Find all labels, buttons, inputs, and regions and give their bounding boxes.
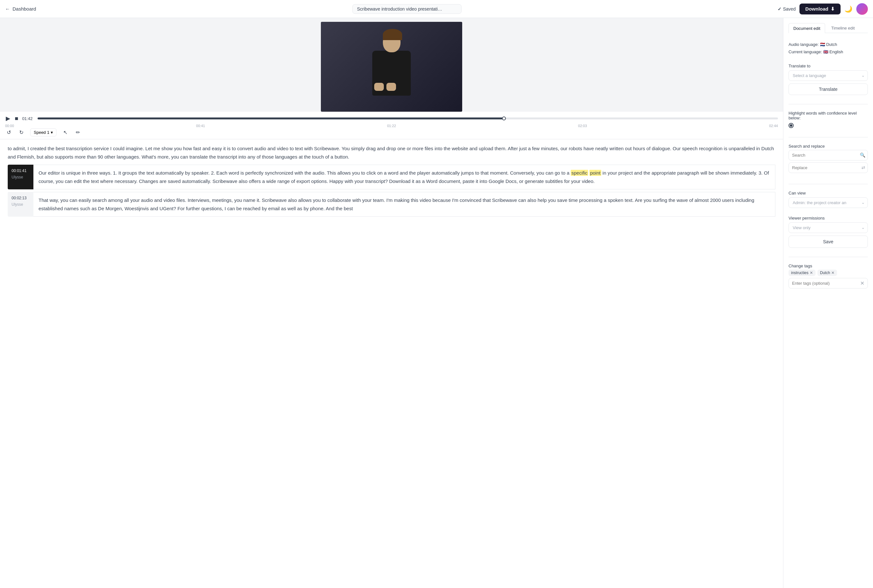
confidence-section: Highlight words with confidence level be… xyxy=(789,111,868,128)
transcript-area: to admit, I created the best transcripti… xyxy=(0,139,783,588)
audio-language-label: Audio language: xyxy=(789,42,819,47)
stop-button[interactable]: ■ xyxy=(14,115,19,123)
play-button[interactable]: ▶ xyxy=(5,114,11,123)
download-icon: ⬇ xyxy=(831,6,835,12)
save-button[interactable]: Save xyxy=(789,236,868,248)
dashboard-label: Dashboard xyxy=(12,6,36,12)
forward-button[interactable]: ↻ xyxy=(18,128,25,136)
tag-dutch: Dutch ✕ xyxy=(817,270,837,276)
search-replace-label: Search and replace xyxy=(789,144,868,148)
sidebar-tabs: Document edit Timeline edit xyxy=(789,23,868,33)
video-container xyxy=(0,18,783,112)
progress-thumb xyxy=(502,117,506,120)
transcript-text-1[interactable]: Our editor is unique in three ways. 1. I… xyxy=(33,165,775,189)
progress-bar[interactable] xyxy=(38,117,778,119)
can-view-select[interactable]: Admin: the project creator an xyxy=(789,197,868,208)
translate-button[interactable]: Translate xyxy=(789,84,868,95)
can-view-label: Can view xyxy=(789,190,868,195)
saved-status: ✓ Saved xyxy=(778,6,796,12)
speed-button[interactable]: Speed 1 ▾ xyxy=(30,128,57,136)
highlight-word-1: specific xyxy=(571,170,588,176)
speaker-2: Ulysse xyxy=(12,202,31,207)
tags-close-button[interactable]: ✕ xyxy=(860,280,864,286)
download-button[interactable]: Download ⬇ xyxy=(799,3,841,15)
transcript-text-2[interactable]: That way, you can easily search among al… xyxy=(33,192,775,217)
tab-document-edit[interactable]: Document edit xyxy=(789,23,825,33)
cursor-tool-button[interactable]: ↖ xyxy=(62,128,69,136)
time-start: 00:00 xyxy=(5,124,14,128)
translate-label: Translate to xyxy=(789,63,868,68)
time-marker2: 01:22 xyxy=(387,124,396,128)
search-input-wrap: 🔍 xyxy=(789,150,868,160)
hand-right xyxy=(386,83,396,91)
person-head xyxy=(383,32,401,52)
current-time: 01:42 xyxy=(22,116,35,121)
tag-dutch-remove[interactable]: ✕ xyxy=(831,271,834,275)
audio-language-row: Audio language: 🇳🇱 Dutch xyxy=(789,41,868,48)
audio-language-flag: 🇳🇱 xyxy=(820,42,825,47)
can-view-section: Can view Admin: the project creator an ⌄ xyxy=(789,190,868,208)
divider-3 xyxy=(789,184,868,184)
video-player[interactable] xyxy=(321,22,462,112)
translate-select[interactable]: Select a language xyxy=(789,70,868,81)
person-body xyxy=(372,51,411,96)
time-marker3: 02:03 xyxy=(578,124,587,128)
confidence-radio[interactable] xyxy=(789,123,794,128)
tags-input[interactable] xyxy=(792,281,858,286)
audio-language-value: Dutch xyxy=(826,42,837,47)
tag-instructies-remove[interactable]: ✕ xyxy=(810,271,813,275)
avatar[interactable] xyxy=(856,3,868,15)
divider-1 xyxy=(789,104,868,104)
content-area: ▶ ■ 01:42 00:00 00:41 01:22 02:03 02:44 … xyxy=(0,18,783,588)
change-tags-label: Change tags xyxy=(789,264,868,268)
time-markers: 00:00 00:41 01:22 02:03 02:44 xyxy=(5,124,778,128)
back-arrow-icon: ← xyxy=(5,6,10,12)
person-hands xyxy=(372,83,398,92)
speed-label: Speed xyxy=(34,130,46,135)
current-language-flag: 🇬🇧 xyxy=(823,50,828,54)
back-button[interactable]: ← Dashboard xyxy=(5,6,36,12)
edit-tool-button[interactable]: ✏ xyxy=(74,128,81,136)
speed-value: 1 xyxy=(47,130,50,135)
tag-dutch-label: Dutch xyxy=(820,271,830,275)
extra-controls: ↺ ↻ Speed 1 ▾ ↖ ✏ xyxy=(5,128,778,136)
tags-input-row: ✕ xyxy=(789,278,868,288)
transcript-text-before-1: Our editor is unique in three ways. 1. I… xyxy=(39,170,571,176)
main-layout: ▶ ■ 01:42 00:00 00:41 01:22 02:03 02:44 … xyxy=(0,18,873,588)
check-icon: ✓ xyxy=(778,6,781,12)
confidence-radio-row xyxy=(789,123,868,128)
transcript-block-1: 00:01:41 Ulysse Our editor is unique in … xyxy=(8,165,775,189)
speed-arrow-icon: ▾ xyxy=(51,130,53,135)
time-marker1: 00:41 xyxy=(196,124,205,128)
viewer-permissions-section: Viewer permissions View only ⌄ Save xyxy=(789,216,868,248)
replace-icon-button[interactable]: ⇄ xyxy=(861,165,865,170)
progress-row: ▶ ■ 01:42 xyxy=(5,114,778,123)
transcript-block-2: 00:02:13 Ulysse That way, you can easily… xyxy=(8,192,775,217)
translate-section: Translate to Select a language ⌄ Transla… xyxy=(789,63,868,95)
progress-fill xyxy=(38,117,504,119)
search-input[interactable] xyxy=(789,150,868,160)
translate-select-wrapper: Select a language ⌄ xyxy=(789,70,868,81)
timestamp-2: 00:02:13 xyxy=(12,196,31,200)
viewer-permissions-select[interactable]: View only xyxy=(789,222,868,233)
title-input[interactable] xyxy=(352,4,461,14)
tag-instructies: instructies ✕ xyxy=(789,270,816,276)
hand-left xyxy=(374,83,384,91)
speaker-1: Ulysse xyxy=(12,175,31,179)
topbar-actions: ✓ Saved Download ⬇ 🌙 xyxy=(778,3,868,15)
video-thumbnail xyxy=(321,22,462,112)
language-section: Audio language: 🇳🇱 Dutch Current languag… xyxy=(789,41,868,56)
timestamp-1: 00:01:41 xyxy=(12,168,31,173)
replace-input[interactable] xyxy=(789,162,868,173)
highlight-word-2: point xyxy=(589,170,601,176)
language-info: Audio language: 🇳🇱 Dutch Current languag… xyxy=(789,41,868,56)
download-label: Download xyxy=(805,6,828,12)
controls-bar: ▶ ■ 01:42 00:00 00:41 01:22 02:03 02:44 … xyxy=(0,112,783,139)
rewind-button[interactable]: ↺ xyxy=(5,128,12,136)
viewer-permissions-select-wrapper: View only ⌄ xyxy=(789,222,868,233)
theme-toggle-button[interactable]: 🌙 xyxy=(844,5,852,13)
person-figure xyxy=(366,32,417,102)
tags-row: instructies ✕ Dutch ✕ xyxy=(789,270,868,276)
search-icon-button[interactable]: 🔍 xyxy=(860,153,865,158)
tab-timeline-edit[interactable]: Timeline edit xyxy=(826,23,859,33)
